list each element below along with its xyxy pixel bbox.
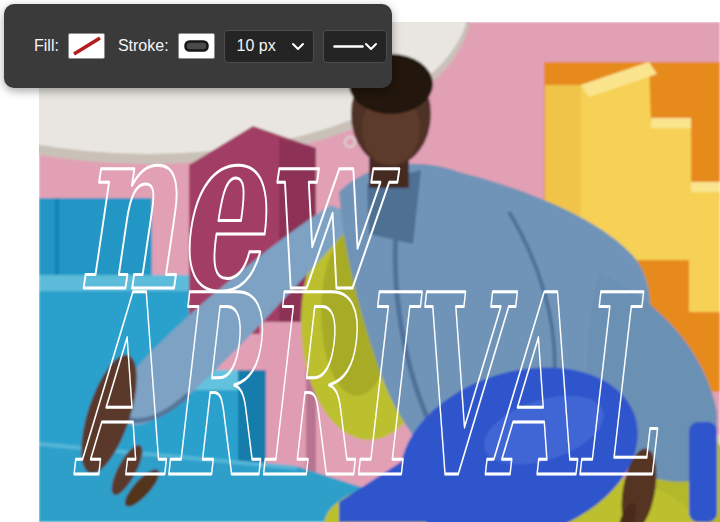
chevron-down-icon [291,42,305,51]
stroke-swatch-icon [179,34,214,58]
stroke-label: Stroke: [118,37,169,55]
canvas-image[interactable]: new ARRIVAL [39,22,720,522]
photo-scene: new ARRIVAL [39,22,720,522]
yellow-stair-top3-shape [691,182,720,192]
fill-swatch-button[interactable] [68,33,105,59]
boot-right-edge-shape [689,422,717,522]
solid-line-icon [333,44,364,49]
chevron-down-icon [364,42,378,51]
line-style-dropdown[interactable] [323,30,387,63]
yellow-stair-top2-shape [651,118,691,128]
headline-line2[interactable]: ARRIVAL [73,239,658,522]
app-window: new ARRIVAL Fill: Stroke: 10 px [0,0,720,522]
yellow-stairs-lower-shape [689,190,720,312]
stroke-width-value: 10 px [237,37,276,55]
stroke-width-dropdown[interactable]: 10 px [224,30,314,63]
fill-label: Fill: [34,37,59,55]
stroke-swatch-button[interactable] [178,33,215,59]
properties-toolbar: Fill: Stroke: 10 px [4,4,392,88]
none-fill-swatch-icon [69,34,104,58]
